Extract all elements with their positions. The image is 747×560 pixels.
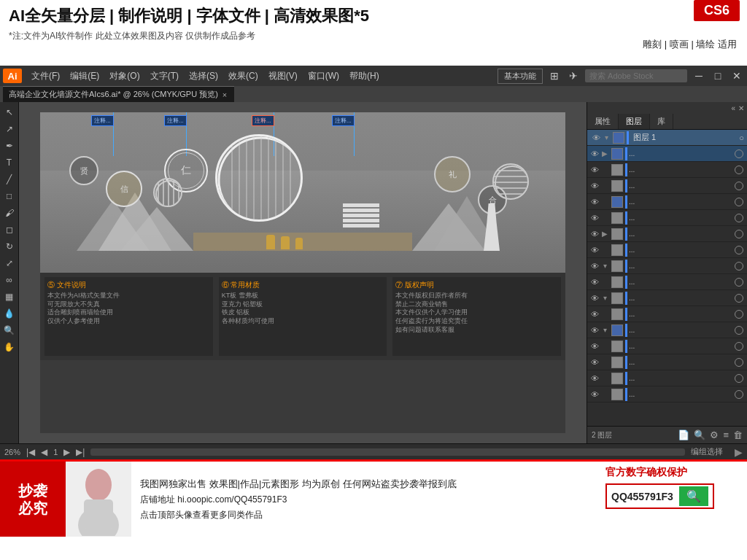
rotate-tool[interactable]: ↻ [2,239,17,254]
active-tab[interactable]: 高端企业文化墙源文件AIcs6.ai* @ 26% (CMYK/GPU 预览) … [3,86,234,102]
pen-tool[interactable]: ✒ [2,139,17,153]
layer-row-15[interactable]: 👁 ... [587,386,747,402]
eye-10[interactable]: 👁 [589,310,600,319]
direct-select-tool[interactable]: ↗ [2,122,17,136]
menu-help[interactable]: 帮助(H) [344,69,384,84]
menu-select[interactable]: 选择(S) [184,69,223,84]
eye-9[interactable]: 👁 [589,294,600,303]
menu-file[interactable]: 文件(F) [26,69,65,84]
bar-11 [625,324,627,337]
layer-row-3[interactable]: 👁 ... [587,194,747,210]
eye-13[interactable]: 👁 [589,358,600,367]
type-tool[interactable]: T [2,155,17,170]
panel-collapse-icon[interactable]: « [731,104,735,112]
tab-library[interactable]: 库 [650,114,673,129]
layer-row-2[interactable]: 👁 ... [587,178,747,194]
next-btn[interactable]: ▶ [63,447,70,457]
eye-8[interactable]: 👁 [589,278,600,287]
basic-func-btn[interactable]: 基本功能 [498,69,543,84]
blend-tool[interactable]: ∞ [2,273,17,287]
layer-row-13[interactable]: 👁 ... [587,354,747,370]
new-layer-btn[interactable]: 📄 [678,429,689,440]
eye-5[interactable]: 👁 [589,230,600,238]
horizontal-scrollbar[interactable] [90,448,685,456]
eraser-tool[interactable]: ◻ [2,222,17,237]
arrow-0[interactable]: ▶ [600,149,609,158]
prev-btn[interactable]: ◀ [41,447,47,457]
canvas-area[interactable]: 注释... 注释... 注释... 注释... [19,102,587,443]
eye-3[interactable]: 👁 [589,198,600,206]
eye-7[interactable]: 👁 [589,262,600,271]
scroll-right-icon[interactable]: ▶ [735,446,743,458]
menu-effect[interactable]: 效果(C) [223,69,263,84]
tab-close-btn[interactable]: × [222,90,227,99]
eye-11[interactable]: 👁 [589,326,600,335]
eye-0[interactable]: 👁 [589,149,600,158]
layer-row-1[interactable]: 👁 ... [587,162,747,178]
layer-row-12[interactable]: 👁 ... [587,338,747,354]
menu-window[interactable]: 窗口(W) [303,69,344,84]
menu-object[interactable]: 对象(O) [104,69,144,84]
arrow-7[interactable]: ▾ [600,262,609,270]
arrow-icon[interactable]: ✈ [566,69,581,83]
banner-text-area: AI全矢量分层 | 制作说明 | 字体文件 | 高清效果图*5 *注:文件为AI… [9,6,738,42]
layer-row-8[interactable]: 👁 ... [587,274,747,290]
layer-row-10[interactable]: 👁 ... [587,306,747,322]
eye-15[interactable]: 👁 [589,390,600,399]
info-text-2: KT板 雪弗板亚克力 铝塑板铁皮 铝板各种材质均可使用 [222,292,384,326]
brush-tool[interactable]: 🖌 [2,206,17,220]
delete-layer-btn[interactable]: 🗑 [733,429,743,440]
restore-icon[interactable]: □ [711,69,725,83]
eye-1[interactable]: 👁 [589,166,600,174]
select-tool[interactable]: ↖ [2,105,17,120]
layer-row-14[interactable]: 👁 ... [587,370,747,386]
scale-tool[interactable]: ⤢ [2,256,17,271]
panel-close-icon[interactable]: ✕ [738,104,744,112]
tab-properties[interactable]: 属性 [587,114,619,129]
name-15: ... [629,390,735,398]
menu-edit[interactable]: 编辑(E) [65,69,104,84]
layer-options-btn[interactable]: ⚙ [710,429,719,440]
grid-icon[interactable]: ⊞ [547,69,562,83]
line-tool[interactable]: ╱ [2,172,17,187]
prev-first-btn[interactable]: |◀ [26,447,35,457]
search-layer-btn[interactable]: 🔍 [694,429,705,440]
layer-eye-icon[interactable]: 👁 [590,133,602,142]
layer-row-11[interactable]: 👁 ▾ ... [587,322,747,338]
eye-2[interactable]: 👁 [589,182,600,190]
eye-14[interactable]: 👁 [589,374,600,383]
svg-point-33 [85,469,112,501]
layer-row-9[interactable]: 👁 ▾ ... [587,290,747,306]
ad-qq-box: QQ455791F3 🔍 [605,483,714,509]
eye-6[interactable]: 👁 [589,246,600,254]
layer-arrow-icon[interactable]: ▾ [602,133,611,141]
layer-row-6[interactable]: 👁 ... [587,242,747,258]
eye-4[interactable]: 👁 [589,214,600,222]
info-title-3: ⑦ 版权声明 [395,280,558,290]
layer-row-5[interactable]: 👁 ▶ ... [587,226,747,242]
layer-menu-btn[interactable]: ≡ [723,429,729,440]
tab-layers[interactable]: 图层 [619,114,650,129]
eye-12[interactable]: 👁 [589,342,600,351]
ad-search-btn[interactable]: 🔍 [679,486,708,506]
eyedropper-tool[interactable]: 💧 [2,306,17,321]
bar-15 [625,388,627,401]
layer-row-4[interactable]: 👁 ... [587,210,747,226]
arrow-9[interactable]: ▾ [600,294,609,302]
search-input[interactable] [585,69,687,82]
minimize-icon[interactable]: ─ [692,69,706,83]
layer-row-7[interactable]: 👁 ▾ ... [587,258,747,274]
layer1-header[interactable]: 👁 ▾ 图层 1 ○ [587,130,747,146]
arrow-5[interactable]: ▶ [600,230,609,238]
arrow-11[interactable]: ▾ [600,326,609,334]
menu-text[interactable]: 文字(T) [145,69,184,84]
hand-tool[interactable]: ✋ [2,340,17,354]
layer-row-0[interactable]: 👁 ▶ ... [587,146,747,162]
next-last-btn[interactable]: ▶| [76,447,85,457]
zoom-tool[interactable]: 🔍 [2,323,17,338]
rect-tool[interactable]: □ [2,189,17,203]
close-icon[interactable]: ✕ [729,69,744,83]
gradient-tool[interactable]: ▦ [2,289,17,304]
thumb-15 [611,389,623,400]
menu-view[interactable]: 视图(V) [263,69,303,84]
